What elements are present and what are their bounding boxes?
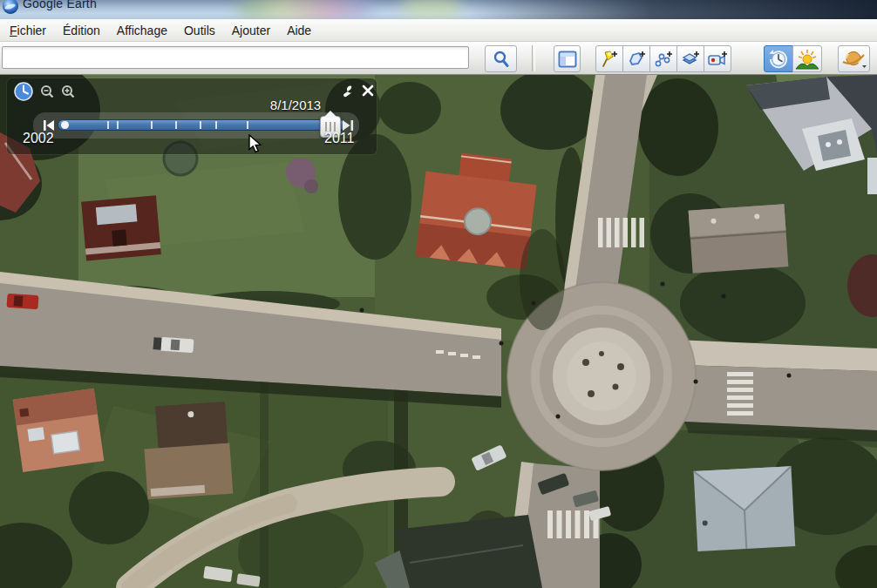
timeline-zoom-out-icon[interactable] (40, 84, 55, 103)
clock-history-icon (767, 48, 790, 71)
timeline-zoom-in-icon[interactable] (61, 84, 76, 103)
google-earth-window: Google Earth Fichier Édition Affichage O… (0, 0, 877, 588)
menu-bar: Fichier Édition Affichage Outils Ajouter… (0, 19, 877, 42)
time-slider-panel: 8/1/2013 (7, 78, 377, 154)
menu-ajouter[interactable]: Ajouter (224, 21, 278, 40)
timeline-slider-bar (33, 112, 359, 139)
historical-imagery-button[interactable] (764, 45, 793, 72)
search-input[interactable] (2, 46, 469, 69)
pushpin-icon (599, 49, 620, 70)
toolbar (0, 42, 877, 75)
search-button[interactable] (485, 45, 517, 72)
menu-aide[interactable]: Aide (279, 21, 319, 40)
sun-icon (795, 48, 819, 71)
sidebar-panel-icon (558, 51, 577, 68)
polygon-icon (626, 49, 647, 70)
google-earth-logo-icon (3, 0, 18, 14)
menu-outils[interactable]: Outils (176, 21, 223, 40)
window-title: Google Earth (23, 0, 97, 10)
saturn-icon (841, 48, 867, 71)
menu-edition[interactable]: Édition (55, 21, 108, 40)
timeline-track[interactable] (58, 119, 345, 131)
image-overlay-icon (680, 49, 701, 70)
timeline-range-end: 2011 (324, 131, 354, 146)
add-image-overlay-button[interactable] (676, 45, 704, 72)
add-placemark-button[interactable] (595, 45, 623, 72)
aero-glass-reflection (235, 0, 375, 19)
timeline-track-start-cap (61, 121, 69, 129)
title-bar-shade (467, 0, 877, 19)
path-icon (653, 49, 674, 70)
toolbar-divider (532, 45, 535, 71)
planets-button[interactable] (838, 45, 870, 72)
sunlight-button[interactable] (792, 45, 822, 72)
timeline-date-label: 8/1/2013 (258, 98, 333, 112)
menu-fichier[interactable]: Fichier (2, 21, 54, 40)
map-viewport[interactable]: 8/1/2013 (0, 75, 877, 588)
clock-icon (14, 82, 33, 105)
timeline-settings-wrench-icon[interactable] (338, 84, 356, 103)
add-polygon-button[interactable] (622, 45, 650, 72)
title-bar: Google Earth (0, 0, 877, 19)
toggle-sidebar-button[interactable] (554, 45, 581, 72)
video-camera-icon (706, 49, 729, 70)
timeline-range-start: 2002 (23, 131, 54, 146)
add-path-button[interactable] (649, 45, 677, 72)
menu-affichage[interactable]: Affichage (109, 21, 175, 40)
aero-glass-glow (401, 0, 462, 19)
magnifier-icon (492, 50, 511, 69)
timeline-close-icon[interactable] (362, 84, 374, 100)
record-tour-button[interactable] (704, 45, 731, 72)
